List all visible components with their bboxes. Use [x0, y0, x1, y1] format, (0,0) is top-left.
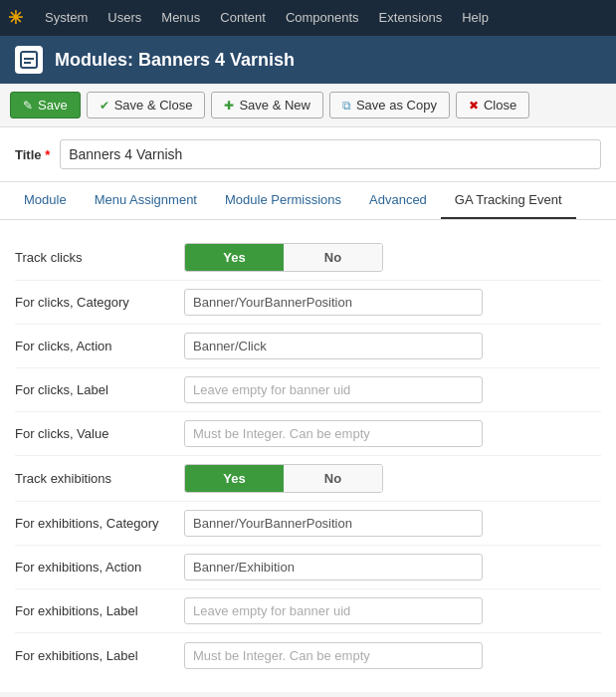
exhibitions-label-input[interactable]: [184, 597, 483, 624]
nav-components[interactable]: Components: [276, 0, 369, 36]
title-row: Title *: [0, 127, 616, 182]
close-icon: ✖: [469, 99, 479, 113]
form-row-track-exhibitions: Track exhibitions Yes No: [15, 456, 601, 502]
label-exhibitions-label2: For exhibitions, Label: [15, 648, 184, 663]
input-exhibitions-label: [184, 597, 483, 624]
nav-extensions[interactable]: Extensions: [369, 0, 453, 36]
nav-help[interactable]: Help: [452, 0, 499, 36]
label-exhibitions-category: For exhibitions, Category: [15, 516, 184, 531]
save-close-button[interactable]: ✔ Save & Close: [87, 92, 206, 118]
tab-module[interactable]: Module: [10, 182, 81, 219]
content-area: Track clicks Yes No For clicks, Category…: [0, 220, 616, 692]
nav-system[interactable]: System: [35, 0, 98, 36]
form-row-exhibitions-category: For exhibitions, Category: [15, 502, 601, 546]
save-copy-button[interactable]: ⧉ Save as Copy: [329, 92, 450, 118]
form-row-exhibitions-label: For exhibitions, Label: [15, 589, 601, 633]
label-clicks-value: For clicks, Value: [15, 426, 184, 441]
clicks-category-input[interactable]: [184, 289, 483, 316]
nav-users[interactable]: Users: [98, 0, 151, 36]
form-row-clicks-action: For clicks, Action: [15, 325, 601, 368]
close-button[interactable]: ✖ Close: [456, 92, 529, 118]
required-star: *: [45, 147, 50, 162]
title-label: Title *: [15, 147, 50, 162]
save-icon: ✎: [23, 99, 33, 113]
svg-rect-1: [24, 58, 34, 60]
clicks-action-input[interactable]: [184, 333, 483, 359]
input-exhibitions-action: [184, 554, 483, 581]
input-clicks-category: [184, 289, 483, 316]
plus-icon: ✚: [224, 99, 234, 113]
toggle-track-clicks: Yes No: [184, 243, 483, 272]
save-new-button[interactable]: ✚ Save & New: [211, 92, 323, 118]
input-clicks-label: [184, 376, 483, 403]
label-clicks-category: For clicks, Category: [15, 295, 184, 310]
save-button[interactable]: ✎ Save: [10, 92, 81, 118]
svg-rect-2: [24, 62, 31, 64]
label-exhibitions-action: For exhibitions, Action: [15, 560, 184, 575]
page-title: Modules: Banners 4 Varnish: [55, 50, 295, 71]
tab-ga-tracking[interactable]: GA Tracking Event: [441, 182, 576, 219]
input-exhibitions-category: [184, 510, 483, 537]
toggle-group-clicks: Yes No: [184, 243, 383, 272]
nav-content[interactable]: Content: [210, 0, 276, 36]
label-clicks-action: For clicks, Action: [15, 339, 184, 353]
input-clicks-action: [184, 333, 483, 359]
tabs-bar: Module Menu Assignment Module Permission…: [0, 182, 616, 220]
tab-module-permissions[interactable]: Module Permissions: [211, 182, 355, 219]
clicks-label-input[interactable]: [184, 376, 483, 403]
form-row-exhibitions-label2: For exhibitions, Label: [15, 633, 601, 677]
toggle-track-exhibitions: Yes No: [184, 464, 483, 493]
form-row-track-clicks: Track clicks Yes No: [15, 235, 601, 281]
toggle-no-clicks[interactable]: No: [284, 244, 382, 271]
label-clicks-label: For clicks, Label: [15, 382, 184, 397]
exhibitions-category-input[interactable]: [184, 510, 483, 537]
nav-menus[interactable]: Menus: [151, 0, 210, 36]
input-clicks-value: [184, 420, 483, 447]
clicks-value-input[interactable]: [184, 420, 483, 447]
copy-icon: ⧉: [342, 99, 351, 113]
title-input[interactable]: [60, 139, 601, 169]
tab-advanced[interactable]: Advanced: [355, 182, 441, 219]
form-row-clicks-label: For clicks, Label: [15, 368, 601, 412]
toggle-no-exhibitions[interactable]: No: [284, 465, 382, 492]
exhibitions-action-input[interactable]: [184, 554, 483, 581]
module-icon: [15, 46, 43, 74]
label-track-clicks: Track clicks: [15, 250, 184, 265]
input-exhibitions-label2: [184, 642, 483, 669]
form-row-exhibitions-action: For exhibitions, Action: [15, 546, 601, 589]
exhibitions-label2-input[interactable]: [184, 642, 483, 669]
toggle-group-exhibitions: Yes No: [184, 464, 383, 493]
page-header: Modules: Banners 4 Varnish: [0, 36, 616, 84]
toolbar: ✎ Save ✔ Save & Close ✚ Save & New ⧉ Sav…: [0, 84, 616, 127]
label-exhibitions-label: For exhibitions, Label: [15, 603, 184, 618]
joomla-logo: ✳: [8, 7, 23, 29]
check-icon: ✔: [100, 99, 109, 113]
top-navigation: ✳ System Users Menus Content Components …: [0, 0, 616, 36]
tab-menu-assignment[interactable]: Menu Assignment: [81, 182, 211, 219]
form-row-clicks-value: For clicks, Value: [15, 412, 601, 456]
form-row-clicks-category: For clicks, Category: [15, 281, 601, 325]
toggle-yes-clicks[interactable]: Yes: [185, 244, 284, 271]
label-track-exhibitions: Track exhibitions: [15, 471, 184, 486]
toggle-yes-exhibitions[interactable]: Yes: [185, 465, 284, 492]
